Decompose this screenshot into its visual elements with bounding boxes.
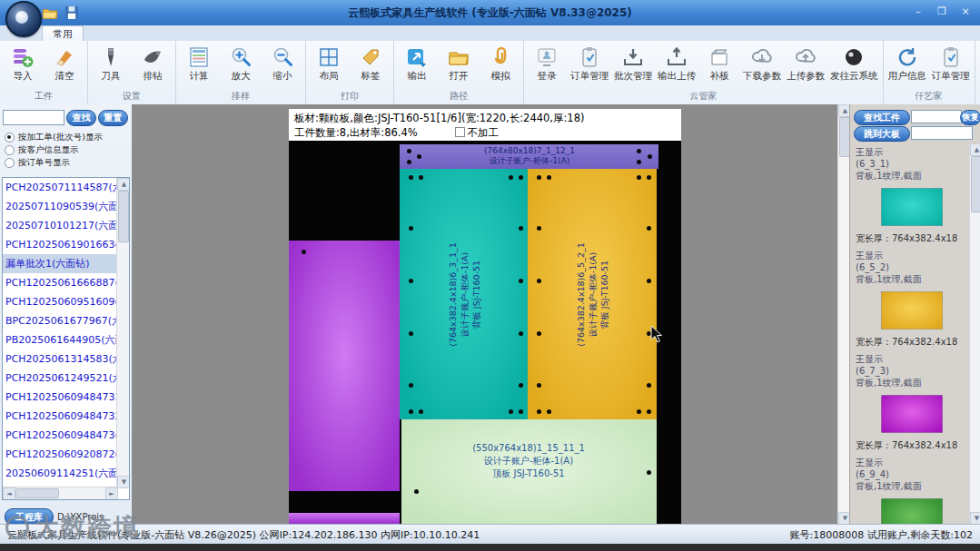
job-list-item[interactable]: PCH12025061666887(六面钻) <box>3 273 116 292</box>
ribbon-item-cloud-down[interactable]: 下载参数 <box>740 44 784 84</box>
ribbon-item-box[interactable]: 补板 <box>698 44 740 84</box>
part-entry[interactable]: 王显示(6_9_4)背板,1纹理,截面宽长厚：764x382.4x18 <box>850 454 968 524</box>
part-entry-list: 王显示(6_3_1)背板,1纹理,截面宽长厚：764x382.4x18王显示(6… <box>850 143 969 524</box>
ribbon-item-cloud-up[interactable]: 上传参数 <box>784 44 827 84</box>
job-list-item[interactable]: PB2025061644905(六面钻) <box>3 330 116 349</box>
ribbon-item-label: 放大 <box>232 70 251 83</box>
ribbon-item-label: 打开 <box>450 70 469 83</box>
part-thumbnail[interactable] <box>881 291 943 330</box>
ribbon-item-zoom-in[interactable]: 放大 <box>220 44 262 84</box>
radio-icon[interactable] <box>5 158 15 168</box>
panel-magenta[interactable] <box>289 241 400 491</box>
open-file-icon[interactable] <box>42 5 58 21</box>
strip-label: (764x80x18)7_1_12_1 设计子账户-柜体-1(A) <box>407 146 652 166</box>
maximize-button[interactable]: ❐ <box>933 4 951 19</box>
job-list-item[interactable]: 20250710101217(六面钻) <box>3 216 116 235</box>
restore-button[interactable]: 恢复 <box>960 110 980 125</box>
panel-magenta-partial[interactable] <box>289 513 400 524</box>
tab-common[interactable]: 常用 <box>42 25 84 42</box>
ribbon-item-layout[interactable]: 布局 <box>308 44 350 84</box>
job-list-item[interactable]: PCH2025071114587(六面钻) <box>3 178 116 197</box>
job-list-item[interactable]: PCH1202506094847322(六面钻) <box>3 407 116 426</box>
job-list-item[interactable]: BPC2025061677967(六面钻) <box>3 311 116 330</box>
display-mode-radio-0[interactable]: 按加工单(批次号)显示 <box>5 132 103 143</box>
find-part-input[interactable] <box>911 110 962 123</box>
app-logo-icon[interactable] <box>5 1 42 37</box>
ribbon-item-tray-down[interactable]: 批次管理 <box>611 44 655 84</box>
drill-hole <box>302 250 306 254</box>
jump-to-board-button[interactable]: 跳到大板 <box>854 126 910 142</box>
part-thumbnail[interactable] <box>881 395 943 433</box>
ribbon-item-clear[interactable]: 清空 <box>44 44 85 84</box>
job-list-item[interactable]: PCH12025060948473(六面钻) <box>3 426 116 445</box>
ribbon-item-clipboard[interactable]: 订单管理 <box>929 44 973 84</box>
ribbon-item-label: 输出 <box>408 70 427 83</box>
ribbon-item-output[interactable]: 输出 <box>396 44 438 84</box>
ribbon-item-label: 订单管理 <box>570 70 609 83</box>
radio-icon[interactable] <box>5 145 15 155</box>
ribbon-item-cutter[interactable]: 刀具 <box>90 44 132 84</box>
ribbon-item-dark-circle[interactable]: 发往云系统 <box>827 44 881 84</box>
job-list-item[interactable]: PCH2025061314583(六面钻) <box>3 349 116 369</box>
reset-button[interactable]: 重置 <box>98 110 128 126</box>
drill-hole <box>414 489 419 494</box>
ribbon-item-tag[interactable]: 标签 <box>350 44 391 84</box>
ribbon-item-tray-up[interactable]: 输出上传 <box>655 44 698 84</box>
job-list-item[interactable]: PCH2025061249521(六面钻) <box>3 369 116 388</box>
display-mode-radio-2[interactable]: 按订单号显示 <box>5 157 70 169</box>
ribbon-item-import[interactable]: 导入 <box>2 44 44 84</box>
job-list-item[interactable]: 20250711090539(六面钻) <box>3 197 116 216</box>
ribbon-item-refresh[interactable]: 用户信息 <box>886 44 929 84</box>
display-mode-radio-1[interactable]: 按客户信息显示 <box>5 144 79 156</box>
radio-icon[interactable] <box>5 133 15 143</box>
ribbon-item-clip[interactable]: 模拟 <box>480 44 521 84</box>
ribbon-item-login[interactable]: 登录 <box>526 44 568 84</box>
part-code: (6_5_2) <box>856 261 965 273</box>
ribbon-item-drillbit[interactable]: 排钻 <box>132 44 173 84</box>
job-list-item[interactable]: 漏单批次1(六面钻) <box>3 254 116 273</box>
job-list: PCH2025071114587(六面钻)20250711090539(六面钻)… <box>2 177 130 500</box>
part-thumbnail[interactable] <box>881 498 943 524</box>
job-list-vscrollbar[interactable]: ▲ ▼ <box>116 178 129 487</box>
jump-to-board-input[interactable] <box>911 126 973 140</box>
drillbit-icon <box>141 45 164 69</box>
job-sidebar: 查找 重置 按加工单(批次号)显示按客户信息显示按订单号显示 PCH202507… <box>0 104 133 524</box>
find-part-button[interactable]: 查找工件 <box>854 110 910 125</box>
job-list-item[interactable]: PCH12025060920872(六面钻) <box>3 445 116 464</box>
part-entry[interactable]: 王显示(6_5_2)背板,1纹理,截面宽长厚：764x382.4x18 <box>850 247 968 350</box>
ribbon-item-label: 排钻 <box>144 70 163 83</box>
nesting-canvas[interactable]: 板材:颗粒板,颜色:JSJ-T160-51[1/6](宽:1220,长:2440… <box>132 104 849 524</box>
close-button[interactable]: × <box>956 4 975 19</box>
job-search-input[interactable] <box>3 110 64 125</box>
minimize-button[interactable]: – <box>909 4 927 19</box>
ribbon-item-cubes[interactable]: 更新 <box>977 44 980 84</box>
job-list-item[interactable]: 20250609114251(六面钻) <box>3 464 116 483</box>
part-entry[interactable]: 王显示(6_7_3)背板,1纹理,截面宽长厚：764x382.4x18 <box>850 350 968 454</box>
clip-icon <box>489 45 512 69</box>
ribbon-item-clipboard[interactable]: 订单管理 <box>568 44 611 84</box>
folder-icon <box>447 45 470 69</box>
part-entry[interactable]: 王显示(6_3_1)背板,1纹理,截面宽长厚：764x382.4x18 <box>850 143 968 247</box>
job-list-item[interactable]: PCH12025061901663(六面钻) <box>3 235 116 254</box>
ribbon-item-folder[interactable]: 打开 <box>438 44 480 84</box>
find-button[interactable]: 查找 <box>66 110 96 126</box>
ribbon-item-label: 用户信息 <box>888 70 926 83</box>
part-thumbnail[interactable] <box>881 188 943 226</box>
canvas-vscrollbar[interactable]: ▲ ▼ <box>837 104 849 524</box>
drill-hole <box>637 409 641 414</box>
ribbon-item-zoom-out[interactable]: 缩小 <box>262 44 303 84</box>
save-icon[interactable] <box>64 5 80 21</box>
job-list-hscrollbar[interactable]: ◄ ► <box>3 487 117 499</box>
part-title: 王显示 <box>856 353 965 365</box>
job-list-item[interactable]: PCH12025060948473333(六面钻) <box>3 388 116 407</box>
ribbon-item-calc[interactable]: 计算 <box>178 44 220 84</box>
job-list-item[interactable]: PCH12025060951609(六面钻) <box>3 292 116 311</box>
no-process-checkbox[interactable] <box>455 127 465 137</box>
parts-vscrollbar[interactable]: ▲ ▼ <box>969 143 980 524</box>
ribbon-item-label: 输出上传 <box>658 70 696 83</box>
drill-hole <box>409 175 413 180</box>
ribbon-item-label: 刀具 <box>102 70 121 83</box>
ribbon-group-label: 仟艺家 <box>886 90 973 104</box>
no-process-label: 不加工 <box>467 126 499 139</box>
drill-hole <box>509 175 513 180</box>
